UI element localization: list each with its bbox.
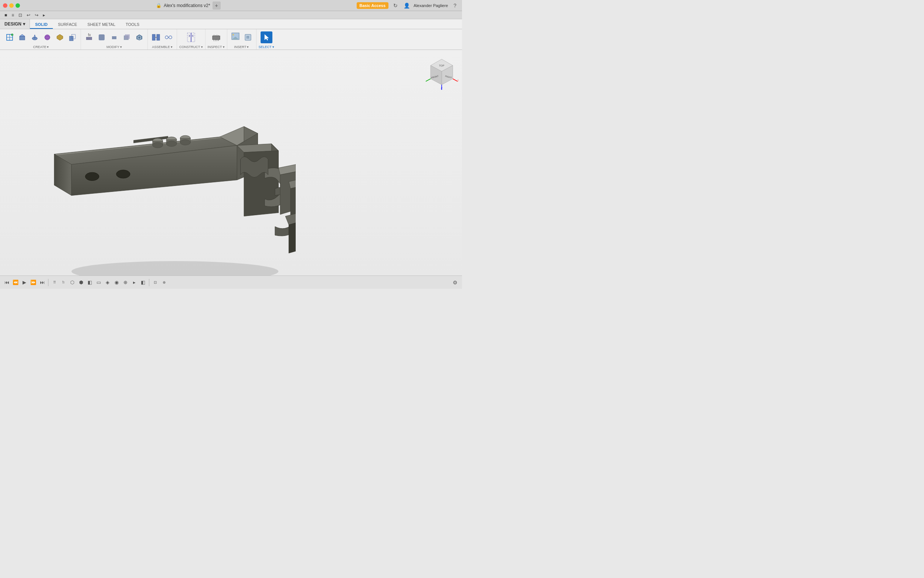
step-back-button[interactable]: ⏪ xyxy=(12,279,19,286)
play-button[interactable]: ▶ xyxy=(21,279,28,286)
z-axis-label: Z xyxy=(441,87,443,89)
inspect-chevron[interactable]: ▾ xyxy=(223,45,225,49)
svg-line-48 xyxy=(453,79,458,81)
clone-button[interactable] xyxy=(66,31,78,43)
ribbon-create: + xyxy=(2,29,81,50)
tab-surface[interactable]: SURFACE xyxy=(53,21,83,29)
tab-solid[interactable]: SOLID xyxy=(30,21,53,29)
environment-button[interactable]: ◉ xyxy=(113,279,120,286)
user-icon-button[interactable]: 👤 xyxy=(403,2,411,10)
panel-button[interactable]: ◧ xyxy=(139,279,147,286)
canvas-area[interactable]: TOP RIGHT FRONT Z X xyxy=(0,50,462,276)
grid-1-button[interactable]: ⠿ xyxy=(51,279,58,286)
svg-rect-23 xyxy=(157,34,160,40)
construct-label: CONSTRUCT ▾ xyxy=(179,45,203,49)
assemble-chevron[interactable]: ▾ xyxy=(171,45,173,49)
modify-icons: fx xyxy=(83,30,145,44)
step-forward-button[interactable]: ⏩ xyxy=(29,279,37,286)
basic-access-button[interactable]: Basic Access xyxy=(357,2,389,9)
ribbon-inspect: 1 2 3 4 INSPECT ▾ xyxy=(206,29,227,50)
create-label: CREATE ▾ xyxy=(33,45,49,49)
offset-button[interactable] xyxy=(133,31,145,43)
ribbon-insert: 🖼 INSERT ▾ xyxy=(227,29,257,50)
status-icon-2[interactable]: ⊕ xyxy=(160,279,168,286)
decal-button[interactable]: 🖼 xyxy=(242,31,254,43)
viewport-cube[interactable]: TOP RIGHT FRONT Z X xyxy=(425,57,455,87)
ribbon-select: SELECT ▾ xyxy=(257,29,277,50)
settings-gear-button[interactable]: ⚙ xyxy=(451,278,459,287)
tab-sheet-metal[interactable]: SHEET METAL xyxy=(83,21,120,29)
transform-button[interactable] xyxy=(54,31,66,43)
cube-top-label: TOP xyxy=(439,64,445,67)
svg-point-8 xyxy=(45,35,50,40)
midplane-button[interactable] xyxy=(185,31,197,43)
arrow-button[interactable]: ▸ xyxy=(131,279,138,286)
design-dropdown[interactable]: DESIGN ▾ xyxy=(0,19,30,29)
cylinder-bottom-3 xyxy=(180,140,190,145)
modify-label: MODIFY ▾ xyxy=(107,45,122,49)
select-button[interactable] xyxy=(261,31,272,43)
extrude-button[interactable] xyxy=(16,31,28,43)
svg-text:+: + xyxy=(12,34,13,36)
toolbar-quick-access: ■ ≡ ⊡ ↩ ↪ ▸ xyxy=(0,11,462,19)
insert-icons: 🖼 xyxy=(230,30,254,44)
select-chevron[interactable]: ▾ xyxy=(272,45,274,49)
select-label: SELECT ▾ xyxy=(259,45,274,49)
joint-button[interactable] xyxy=(150,31,162,43)
document-title: Alex's modifications v2* xyxy=(164,3,210,8)
tab-group: SOLID SURFACE SHEET METAL TOOLS xyxy=(30,19,144,29)
status-icon-1[interactable]: ⊡ xyxy=(152,279,159,286)
combine-button[interactable] xyxy=(121,31,133,43)
tab-tools[interactable]: TOOLS xyxy=(120,21,144,29)
minimize-button[interactable] xyxy=(9,3,14,8)
section-button[interactable]: ◧ xyxy=(86,279,94,286)
svg-rect-13 xyxy=(86,37,92,40)
create-chevron[interactable]: ▾ xyxy=(47,45,49,49)
save-button[interactable]: ⊡ xyxy=(17,12,24,18)
measure-button[interactable]: 1 2 3 4 xyxy=(210,31,222,43)
shell-button[interactable] xyxy=(108,31,120,43)
svg-point-25 xyxy=(165,36,168,39)
more-button[interactable]: ▸ xyxy=(41,12,47,18)
cylinder-bottom-2 xyxy=(166,141,177,146)
revolve-button[interactable] xyxy=(29,31,40,43)
go-to-end-button[interactable]: ⏭ xyxy=(39,279,46,286)
ground-button[interactable]: ▭ xyxy=(95,279,102,286)
svg-rect-22 xyxy=(152,34,155,40)
create-icons: + xyxy=(4,30,78,44)
redo-button[interactable]: ↪ xyxy=(33,12,40,18)
undo-button[interactable]: ↩ xyxy=(25,12,32,18)
help-button[interactable]: ? xyxy=(451,2,459,10)
construct-chevron[interactable]: ▾ xyxy=(201,45,203,49)
insert-image-button[interactable] xyxy=(230,31,241,43)
create-sketch-button[interactable]: + xyxy=(4,31,16,43)
ribbon-construct: CONSTRUCT ▾ xyxy=(177,29,206,50)
svg-marker-30 xyxy=(189,34,190,37)
svg-marker-20 xyxy=(136,34,142,40)
motion-button[interactable] xyxy=(163,31,175,43)
fillet-button[interactable] xyxy=(96,31,108,43)
new-tab-button[interactable]: + xyxy=(212,2,221,10)
grid-2-button[interactable]: ⠷ xyxy=(60,279,67,286)
title-right: Basic Access ↻ 👤 Alexander Pagliere ? xyxy=(357,2,460,10)
x-axis-label: X xyxy=(458,79,458,82)
modify-chevron[interactable]: ▾ xyxy=(120,45,122,49)
file-icon-button[interactable]: ≡ xyxy=(10,12,16,18)
perspective-button[interactable]: ◈ xyxy=(104,279,111,286)
display-mode-button[interactable]: ⬡ xyxy=(68,279,76,286)
sphere-button[interactable] xyxy=(41,31,53,43)
svg-marker-43 xyxy=(265,34,269,40)
edge-display-button[interactable]: ⬢ xyxy=(77,279,85,286)
insert-chevron[interactable]: ▾ xyxy=(247,45,249,49)
combined-toolbar: DESIGN ▾ SOLID SURFACE SHEET METAL TOOLS xyxy=(0,19,462,50)
title-center: 🔒 Alex's modifications v2* + xyxy=(22,2,354,10)
press-pull-button[interactable]: fx xyxy=(83,31,95,43)
close-button[interactable] xyxy=(3,3,7,8)
svg-rect-15 xyxy=(99,34,105,40)
app-menu-button[interactable]: ■ xyxy=(3,12,8,18)
add-view-button[interactable]: ⊕ xyxy=(121,279,129,286)
maximize-button[interactable] xyxy=(16,3,20,8)
sync-icon-button[interactable]: ↻ xyxy=(392,2,400,10)
status-bar: ⏮ ⏪ ▶ ⏩ ⏭ ⠿ ⠷ ⬡ ⬢ ◧ ▭ ◈ ◉ ⊕ ▸ ◧ ⊡ ⊕ ⚙ xyxy=(0,276,462,289)
go-to-start-button[interactable]: ⏮ xyxy=(3,279,10,286)
